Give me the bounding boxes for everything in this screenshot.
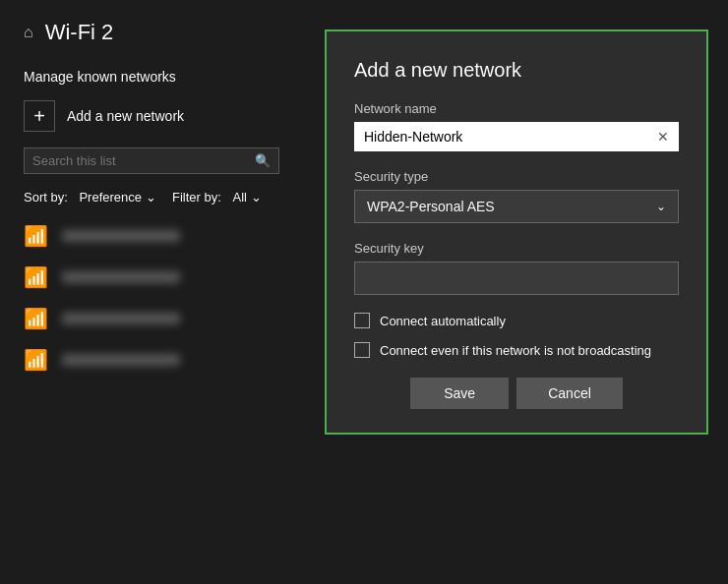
search-input[interactable]: [32, 153, 255, 168]
network-name-blurred: [62, 271, 180, 283]
list-item[interactable]: 📶: [24, 265, 309, 289]
filter-chevron-icon: ⌄: [251, 190, 262, 204]
filter-value: All: [232, 190, 246, 204]
connect-auto-label: Connect automatically: [380, 314, 506, 328]
wifi-icon: 📶: [24, 348, 48, 372]
main-container: ⌂ Wi-Fi 2 Manage known networks + Add a …: [0, 0, 728, 584]
security-key-input[interactable]: [354, 262, 679, 295]
filter-dropdown[interactable]: Filter by: All ⌄: [172, 190, 262, 204]
sort-chevron-icon: ⌄: [146, 190, 156, 204]
network-name-field-wrapper: ✕: [354, 122, 679, 151]
list-item[interactable]: 📶: [24, 224, 309, 248]
network-list: 📶 📶 📶 📶: [24, 224, 309, 372]
search-icon: 🔍: [255, 153, 271, 168]
wifi-icon: 📶: [24, 307, 48, 330]
search-box: 🔍: [24, 147, 279, 174]
add-network-button[interactable]: + Add a new network: [24, 100, 309, 132]
sort-value: Preference: [79, 190, 142, 204]
dialog-title: Add a new network: [354, 59, 679, 82]
list-item[interactable]: 📶: [24, 348, 309, 372]
network-name-blurred: [62, 354, 180, 366]
connect-auto-checkbox[interactable]: [354, 313, 370, 328]
security-type-label: Security type: [354, 169, 679, 184]
home-icon[interactable]: ⌂: [24, 24, 33, 41]
left-panel: Manage known networks + Add a new networ…: [24, 69, 309, 372]
security-type-dropdown[interactable]: WPA2-Personal AES ⌄: [354, 190, 679, 223]
security-key-label: Security key: [354, 241, 679, 256]
cancel-button[interactable]: Cancel: [516, 378, 623, 409]
filter-label: Filter by:: [172, 190, 221, 204]
network-name-label: Network name: [354, 101, 679, 116]
save-button[interactable]: Save: [410, 378, 509, 409]
sort-label: Sort by:: [24, 190, 68, 204]
connect-auto-row: Connect automatically: [354, 313, 679, 328]
sort-filter-row: Sort by: Preference ⌄ Filter by: All ⌄: [24, 190, 309, 204]
clear-icon[interactable]: ✕: [657, 129, 669, 145]
connect-broadcast-row: Connect even if this network is not broa…: [354, 342, 679, 358]
add-icon: +: [24, 100, 55, 132]
connect-broadcast-checkbox[interactable]: [354, 342, 370, 358]
network-name-input[interactable]: [364, 129, 657, 145]
page-title: Wi-Fi 2: [45, 20, 114, 45]
wifi-icon: 📶: [24, 224, 48, 248]
list-item[interactable]: 📶: [24, 307, 309, 330]
add-network-dialog: Add a new network Network name ✕ Securit…: [325, 29, 708, 435]
security-type-value: WPA2-Personal AES: [367, 199, 495, 214]
wifi-icon: 📶: [24, 265, 48, 289]
connect-broadcast-label: Connect even if this network is not broa…: [380, 343, 651, 358]
add-network-label: Add a new network: [67, 108, 184, 124]
network-name-blurred: [62, 313, 180, 324]
dialog-buttons: Save Cancel: [354, 378, 679, 409]
section-title: Manage known networks: [24, 69, 309, 85]
sort-dropdown[interactable]: Sort by: Preference ⌄: [24, 190, 156, 204]
network-name-blurred: [62, 230, 180, 242]
chevron-down-icon: ⌄: [656, 200, 666, 213]
